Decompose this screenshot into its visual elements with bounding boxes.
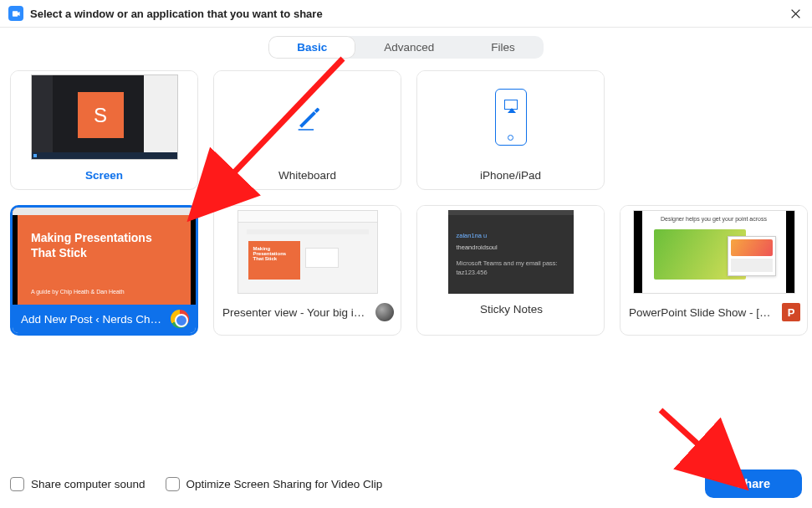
pen-icon: [214, 71, 401, 163]
tile-chrome-label: Add New Post ‹ Nerds Chalk — …: [21, 313, 166, 326]
checkbox-box: [10, 477, 24, 491]
tile-screen-label: Screen: [11, 163, 197, 189]
checkbox-share-sound-label: Share computer sound: [31, 478, 146, 490]
checkbox-optimize-video[interactable]: Optimize Screen Sharing for Video Clip: [166, 477, 383, 491]
share-grid: S Screen Whiteboard iPhone/iPad: [0, 70, 812, 336]
tab-files[interactable]: Files: [462, 36, 544, 59]
airplay-icon: [417, 71, 604, 163]
tile-sticky-notes[interactable]: zalan1na u theandroidsoul Microsoft Team…: [416, 205, 605, 336]
tile-iphone-ipad[interactable]: iPhone/iPad: [416, 70, 605, 190]
thumb-chrome-window: Making Presentations That Stick A guide …: [13, 208, 196, 305]
dialog-title: Select a window or an application that y…: [30, 8, 787, 20]
tile-iphone-label: iPhone/iPad: [417, 163, 604, 189]
tab-advanced[interactable]: Advanced: [355, 36, 462, 59]
tile-presenter-label: Presenter view - Your big idea - G…: [222, 306, 370, 319]
thumb-presenter-view: Making Presentations That Stick: [214, 206, 401, 298]
tile-screen[interactable]: S Screen: [10, 70, 198, 190]
tile-powerpoint-label: PowerPoint Slide Show - [Present…: [629, 306, 777, 319]
tile-whiteboard-label: Whiteboard: [214, 163, 401, 189]
tab-bar: Basic Advanced Files: [0, 28, 812, 70]
checkbox-share-sound[interactable]: Share computer sound: [10, 477, 146, 491]
sphere-icon: [375, 303, 394, 321]
close-button[interactable]: [787, 5, 804, 22]
chrome-icon: [171, 310, 189, 328]
thumb-screen: S: [11, 71, 197, 163]
zoom-icon: [8, 6, 23, 21]
thumb-sticky-notes: zalan1na u theandroidsoul Microsoft Team…: [417, 206, 604, 298]
tile-sticky-label: Sticky Notes: [480, 303, 543, 316]
checkbox-box: [166, 477, 180, 491]
footer: Share computer sound Optimize Screen Sha…: [0, 461, 812, 508]
tile-whiteboard[interactable]: Whiteboard: [213, 70, 401, 190]
checkbox-optimize-label: Optimize Screen Sharing for Video Clip: [186, 478, 383, 490]
dialog-header: Select a window or an application that y…: [0, 0, 812, 28]
share-button[interactable]: Share: [705, 470, 802, 498]
tile-powerpoint[interactable]: Designer helps you get your point across…: [620, 205, 808, 336]
tile-chrome-window[interactable]: Making Presentations That Stick A guide …: [10, 205, 198, 336]
svg-rect-0: [298, 129, 313, 131]
powerpoint-icon: P: [782, 303, 800, 321]
tile-presenter-view[interactable]: Making Presentations That Stick Presente…: [213, 205, 401, 336]
thumb-powerpoint: Designer helps you get your point across: [620, 206, 807, 298]
tab-basic[interactable]: Basic: [268, 36, 355, 59]
